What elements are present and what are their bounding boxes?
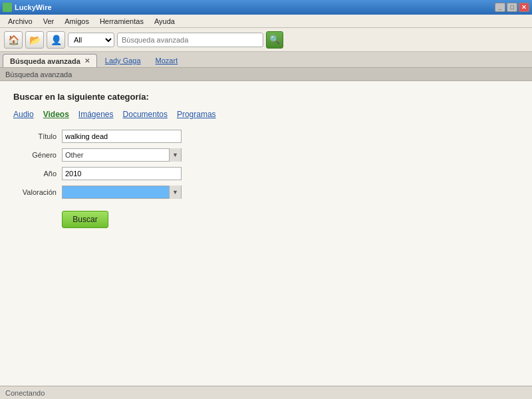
form-row-titulo: Título (13, 130, 519, 143)
chevron-down-icon[interactable]: ▼ (169, 148, 181, 162)
menu-bar: Archivo Ver Amigos Herramientas Ayuda (0, 15, 532, 28)
window-controls: _ □ ✕ (495, 3, 529, 12)
category-tabs: Audio Videos Imágenes Documentos Program… (13, 110, 519, 119)
user-button[interactable]: 👤 (47, 31, 65, 49)
back-button[interactable]: 📂 (25, 31, 44, 49)
label-valoracion: Valoración (13, 188, 57, 196)
search-form: Título Género Other ▼ Año Valoración ▼ (13, 130, 519, 228)
form-row-año: Año (13, 167, 519, 180)
tab-mozart[interactable]: Mozart (149, 54, 185, 67)
breadcrumb: Búsqueda avanzada (0, 68, 532, 81)
search-category-select[interactable]: All (68, 33, 114, 47)
cat-tab-audio[interactable]: Audio (13, 110, 34, 119)
tab-close-icon[interactable]: ✕ (84, 58, 90, 65)
form-row-genero: Género Other ▼ (13, 148, 519, 162)
cat-tab-videos[interactable]: Videos (43, 110, 69, 119)
rating-bar[interactable]: ▼ (62, 186, 182, 199)
title-bar: LuckyWire _ □ ✕ (0, 0, 532, 15)
label-año: Año (13, 170, 57, 178)
label-titulo: Título (13, 132, 57, 140)
tab-label: Búsqueda avanzada (10, 57, 80, 65)
status-bar: Conectando (0, 386, 532, 399)
section-title: Buscar en la siguiente categoría: (13, 92, 519, 102)
menu-ver[interactable]: Ver (38, 16, 60, 27)
breadcrumb-text: Búsqueda avanzada (5, 70, 72, 78)
menu-archivo[interactable]: Archivo (3, 16, 38, 27)
label-genero: Género (13, 151, 57, 159)
toolbar: 🏠 📂 👤 All 🔍 (0, 28, 532, 52)
menu-amigos[interactable]: Amigos (59, 16, 94, 27)
select-genero-value: Other (63, 148, 169, 162)
cat-tab-imagenes[interactable]: Imágenes (78, 110, 114, 119)
close-button[interactable]: ✕ (519, 3, 529, 12)
app-icon (3, 3, 12, 12)
input-año[interactable] (62, 167, 182, 180)
tab-busqueda-avanzada[interactable]: Búsqueda avanzada ✕ (3, 54, 97, 67)
main-content: Buscar en la siguiente categoría: Audio … (0, 81, 532, 386)
form-submit-row: Buscar (13, 204, 519, 228)
form-row-valoracion: Valoración ▼ (13, 186, 519, 199)
tab-lady-gaga[interactable]: Lady Gaga (98, 54, 148, 67)
minimize-button[interactable]: _ (495, 3, 505, 12)
cat-tab-documentos[interactable]: Documentos (123, 110, 168, 119)
select-genero[interactable]: Other ▼ (62, 148, 182, 162)
menu-herramientas[interactable]: Herramientas (94, 16, 149, 27)
status-text: Conectando (5, 389, 45, 397)
maximize-button[interactable]: □ (507, 3, 517, 12)
input-titulo[interactable] (62, 130, 182, 143)
menu-ayuda[interactable]: Ayuda (149, 16, 180, 27)
cat-tab-programas[interactable]: Programas (177, 110, 216, 119)
rating-fill (63, 186, 169, 198)
buscar-button[interactable]: Buscar (62, 211, 108, 228)
rating-arrow-icon[interactable]: ▼ (169, 186, 181, 199)
app-title: LuckyWire (15, 3, 52, 11)
tabs-bar: Búsqueda avanzada ✕ Lady Gaga Mozart (0, 52, 532, 68)
search-input[interactable] (117, 33, 263, 47)
search-button[interactable]: 🔍 (266, 31, 283, 49)
home-button[interactable]: 🏠 (4, 31, 23, 49)
